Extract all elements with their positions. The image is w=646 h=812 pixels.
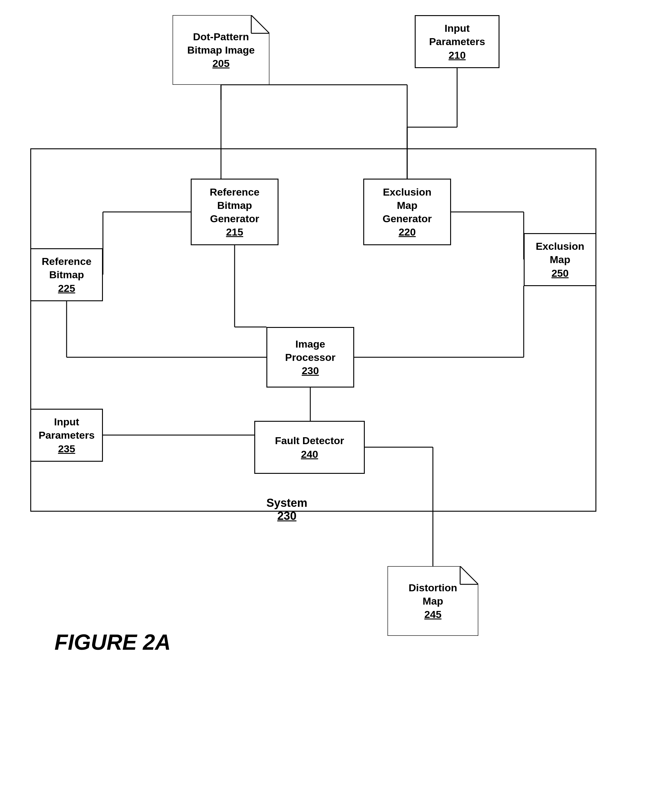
input-params-top-number: 210 (449, 49, 466, 62)
excl-map-gen-number: 220 (399, 225, 416, 238)
dot-pattern-box: Dot-Pattern Bitmap Image 205 (173, 15, 269, 85)
ref-bitmap-gen-label: ReferenceBitmapGenerator (210, 185, 260, 226)
ref-bitmap-gen-number: 215 (226, 225, 243, 238)
input-params-bottom-number: 235 (58, 442, 75, 455)
distortion-map-box: Distortion Map 245 (388, 566, 478, 636)
ref-bitmap-box: ReferenceBitmap 225 (30, 248, 103, 301)
ref-bitmap-gen-box: ReferenceBitmapGenerator 215 (191, 179, 278, 245)
image-processor-box: ImageProcessor 230 (266, 327, 354, 388)
fault-detector-box: Fault Detector 240 (254, 421, 365, 474)
fault-detector-number: 240 (301, 447, 318, 461)
ref-bitmap-label: ReferenceBitmap (42, 255, 92, 281)
excl-map-gen-label: ExclusionMapGenerator (383, 185, 432, 226)
image-processor-label: ImageProcessor (285, 337, 335, 364)
ref-bitmap-number: 225 (58, 282, 75, 295)
diagram: System230 Dot-Pattern Bitmap Image 205 I… (0, 0, 646, 812)
fault-detector-label: Fault Detector (275, 434, 344, 447)
excl-map-box: ExclusionMap 250 (524, 233, 596, 286)
dot-pattern-label: Dot-Pattern Bitmap Image 205 (187, 30, 255, 70)
distortion-map-label: Distortion Map 245 (409, 581, 457, 621)
input-params-top-label: InputParameters (429, 21, 485, 48)
system-number: 230 (277, 510, 296, 522)
input-params-bottom-label: InputParameters (38, 415, 95, 442)
excl-map-label: ExclusionMap (536, 240, 585, 266)
input-params-bottom-box: InputParameters 235 (30, 409, 103, 462)
excl-map-number: 250 (551, 266, 569, 280)
excl-map-gen-box: ExclusionMapGenerator 220 (363, 179, 451, 245)
input-params-top-box: InputParameters 210 (415, 15, 499, 68)
system-label: System230 (266, 496, 307, 522)
figure-label: FIGURE 2A (55, 630, 171, 655)
image-processor-number: 230 (302, 364, 319, 377)
